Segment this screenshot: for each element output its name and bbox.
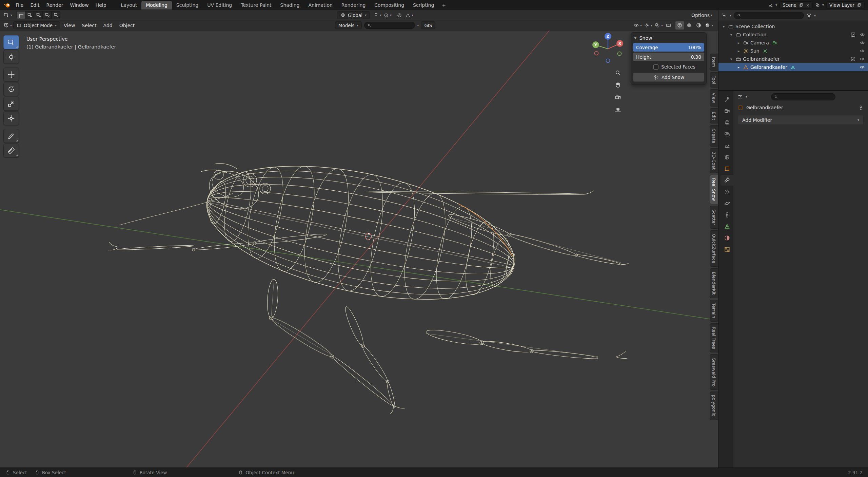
tool-transform[interactable] <box>3 111 19 125</box>
sidebar-tab-quickzurface[interactable]: QuickZurface <box>710 230 718 267</box>
properties-editor-chevron-icon[interactable]: ▾ <box>746 95 747 98</box>
eye-icon[interactable] <box>860 40 865 45</box>
menu-help[interactable]: Help <box>92 0 110 10</box>
sidebar-tab-real-snow[interactable]: Real Snow <box>710 175 718 204</box>
scene-selector[interactable]: Scene × <box>780 1 813 9</box>
eye-icon[interactable] <box>860 56 865 62</box>
menu-window[interactable]: Window <box>66 0 92 10</box>
tool-measure[interactable] <box>3 144 19 157</box>
outliner-row-scene-collection[interactable]: ▾ Scene Collection <box>718 22 868 31</box>
new-view-layer-icon[interactable] <box>857 3 862 7</box>
workspace-tab-scripting[interactable]: Scripting <box>409 1 438 9</box>
workspace-tab-uv-editing[interactable]: UV Editing <box>203 1 236 9</box>
menu-edit[interactable]: Edit <box>27 0 43 10</box>
ptab-world[interactable] <box>721 152 733 163</box>
camera-view-icon[interactable] <box>614 94 622 101</box>
menu-object[interactable]: Object <box>116 23 138 28</box>
ortho-grid-icon[interactable] <box>614 106 622 113</box>
proportional-falloff-dropdown[interactable]: ▾ <box>405 11 414 19</box>
shading-wireframe-button[interactable] <box>675 21 684 30</box>
sidebar-tab-edit[interactable]: Edit <box>710 108 718 123</box>
ptab-object[interactable] <box>721 164 733 174</box>
ptab-constraints[interactable] <box>721 210 733 220</box>
eye-icon[interactable] <box>860 64 865 70</box>
select-mode-difference[interactable] <box>43 11 52 19</box>
options-dropdown[interactable]: Options ▾ <box>691 11 713 19</box>
height-field[interactable]: Height 0.30 <box>633 53 704 61</box>
ptab-modifiers[interactable] <box>721 175 733 186</box>
outliner-editor-chevron-icon[interactable]: ▾ <box>730 14 731 17</box>
workspace-tab-compositing[interactable]: Compositing <box>370 1 409 9</box>
snap-toggle[interactable]: ▾ <box>373 11 382 19</box>
outliner-row-sun[interactable]: ▸ Sun <box>718 47 868 55</box>
view-layer-chevron-icon[interactable]: ▾ <box>822 3 824 7</box>
overlays-dropdown[interactable]: ▾ <box>654 21 664 30</box>
disclosure-icon[interactable]: ▾ <box>729 33 734 37</box>
menu-add[interactable]: Add <box>100 23 116 28</box>
eye-icon[interactable] <box>860 48 865 54</box>
blender-logo-icon[interactable] <box>3 1 11 9</box>
workspace-tab-layout[interactable]: Layout <box>117 1 142 9</box>
select-mode-set[interactable] <box>16 11 25 19</box>
tool-move[interactable] <box>3 68 19 81</box>
ptab-object-data[interactable] <box>721 221 733 232</box>
proportional-editing-toggle[interactable] <box>395 11 404 19</box>
workspace-tab-texture-paint[interactable]: Texture Paint <box>236 1 276 9</box>
workspace-tab-sculpting[interactable]: Sculpting <box>172 1 203 9</box>
pin-icon[interactable] <box>858 105 864 110</box>
sidebar-tab-tool[interactable]: Tool <box>710 72 718 88</box>
browse-scene-icon[interactable] <box>768 3 773 7</box>
shading-solid-button[interactable] <box>685 21 694 30</box>
object-visibility-dropdown[interactable]: ▾ <box>633 21 643 30</box>
gis-button[interactable]: GIS <box>421 21 435 29</box>
menu-render[interactable]: Render <box>43 0 67 10</box>
axis-negative-x[interactable] <box>595 52 598 55</box>
ptab-scene[interactable] <box>721 140 733 151</box>
tool-scale[interactable] <box>3 97 19 111</box>
sidebar-tab-real-trees[interactable]: Real Trees <box>710 323 718 352</box>
outliner-row-gelbrandkaefer-object[interactable]: ▸ Gelbrandkaefer <box>718 63 868 71</box>
eye-icon[interactable] <box>860 32 865 37</box>
add-modifier-dropdown[interactable]: Add Modifier ▾ <box>738 115 864 125</box>
axis-negative-z[interactable] <box>606 59 610 63</box>
ptab-physics[interactable] <box>721 198 733 209</box>
checkbox-icon[interactable] <box>850 32 856 37</box>
checkbox-icon[interactable] <box>850 56 856 62</box>
navigation-gizmo[interactable]: Z X Y <box>591 32 625 66</box>
properties-search-field[interactable] <box>771 93 835 100</box>
panel-collapse-icon[interactable]: ▼ <box>634 36 637 40</box>
sidebar-tab-item[interactable]: Item <box>710 54 718 71</box>
filter-icon[interactable] <box>806 13 812 18</box>
sidebar-tab-create[interactable]: Create <box>710 125 718 147</box>
3d-viewport[interactable]: User Perspective (1) Gelbrandkaefer | Ge… <box>0 31 718 468</box>
ptab-material[interactable] <box>721 233 733 243</box>
filter-chevron-icon[interactable]: ▾ <box>814 14 816 17</box>
ptab-view-layer[interactable] <box>721 129 733 139</box>
axis-negative-y[interactable] <box>618 52 622 56</box>
outliner-search-input[interactable] <box>743 13 801 18</box>
menu-view[interactable]: View <box>61 23 78 28</box>
ptab-output[interactable] <box>721 117 733 128</box>
asset-search-chevron-icon[interactable]: ▾ <box>417 24 419 27</box>
asset-search-field[interactable] <box>364 22 415 29</box>
sidebar-tab-scatter[interactable]: Scatter <box>710 206 718 229</box>
tool-rotate[interactable] <box>3 82 19 96</box>
shading-rendered-button[interactable]: ▾ <box>704 21 714 30</box>
editor-type-selector[interactable]: ▾ <box>3 21 13 30</box>
asset-search-input[interactable] <box>374 23 412 28</box>
tool-annotate[interactable] <box>3 129 19 143</box>
outliner-row-camera[interactable]: ▸ Camera <box>718 39 868 47</box>
menu-file[interactable]: File <box>12 0 27 10</box>
select-mode-subtract[interactable] <box>34 11 43 19</box>
sidebar-tab-terrain[interactable]: Terrain <box>710 300 718 322</box>
ptab-tool[interactable] <box>721 94 733 105</box>
add-workspace-button[interactable]: + <box>438 1 449 9</box>
select-mode-intersect[interactable] <box>52 11 60 19</box>
add-snow-button[interactable]: Add Snow <box>633 73 704 82</box>
disclosure-icon[interactable]: ▾ <box>721 24 726 29</box>
workspace-tab-rendering[interactable]: Rendering <box>337 1 370 9</box>
active-tool-icon[interactable]: ▾ <box>3 11 13 19</box>
gizmos-dropdown[interactable]: ▾ <box>643 21 653 30</box>
tool-cursor[interactable] <box>3 50 19 64</box>
sidebar-tab-view[interactable]: View <box>710 89 718 107</box>
